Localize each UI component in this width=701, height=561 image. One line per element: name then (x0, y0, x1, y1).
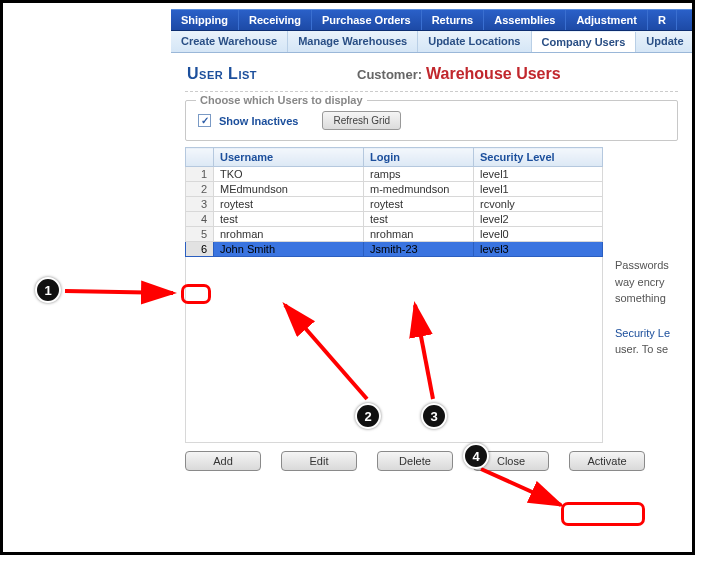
col-rownum[interactable] (186, 148, 214, 167)
nav2-update-locations[interactable]: Update Locations (418, 31, 531, 52)
row-number: 6 (186, 242, 214, 257)
nav1-receiving[interactable]: Receiving (239, 10, 312, 30)
table-row[interactable]: 2MEdmundsonm-medmundsonlevel1 (186, 182, 603, 197)
cell-username: roytest (214, 197, 364, 212)
nav1-more[interactable]: R (648, 10, 677, 30)
col-login[interactable]: Login (364, 148, 474, 167)
nav2-company-users[interactable]: Company Users (532, 32, 637, 53)
add-button[interactable]: Add (185, 451, 261, 471)
cell-security: level1 (474, 182, 603, 197)
cell-login: test (364, 212, 474, 227)
cell-security: level2 (474, 212, 603, 227)
filter-box: Choose which Users to display ✓ Show Ina… (185, 100, 678, 141)
customer-label: Customer: (357, 67, 422, 82)
nav1-assemblies[interactable]: Assemblies (484, 10, 566, 30)
cell-login: ramps (364, 167, 474, 182)
cell-username: MEdmundson (214, 182, 364, 197)
col-username[interactable]: Username (214, 148, 364, 167)
filter-legend: Choose which Users to display (196, 94, 367, 106)
row-number: 2 (186, 182, 214, 197)
show-inactives-checkbox[interactable]: ✓ (198, 114, 211, 127)
edit-button[interactable]: Edit (281, 451, 357, 471)
user-grid[interactable]: Username Login Security Level 1TKOrampsl… (185, 147, 603, 443)
nav1-returns[interactable]: Returns (422, 10, 485, 30)
table-row[interactable]: 1TKOrampslevel1 (186, 167, 603, 182)
primary-nav: Shipping Receiving Purchase Orders Retur… (171, 9, 692, 31)
annotation-badge-2: 2 (355, 403, 381, 429)
annotation-badge-3: 3 (421, 403, 447, 429)
row-number: 5 (186, 227, 214, 242)
cell-login: roytest (364, 197, 474, 212)
cell-login: nrohman (364, 227, 474, 242)
delete-button[interactable]: Delete (377, 451, 453, 471)
cell-security: level1 (474, 167, 603, 182)
row-number: 4 (186, 212, 214, 227)
annotation-badge-1: 1 (35, 277, 61, 303)
show-inactives-label: Show Inactives (219, 115, 298, 127)
cell-login: m-medmundson (364, 182, 474, 197)
secondary-nav: Create Warehouse Manage Warehouses Updat… (171, 31, 692, 53)
page-title: User List (187, 65, 257, 83)
table-row[interactable]: 5nrohmannrohmanlevel0 (186, 227, 603, 242)
cell-security: rcvonly (474, 197, 603, 212)
refresh-grid-button[interactable]: Refresh Grid (322, 111, 401, 130)
row-number: 3 (186, 197, 214, 212)
customer-name: Warehouse Users (426, 65, 561, 83)
grid-header-row: Username Login Security Level (186, 148, 603, 167)
activate-button[interactable]: Activate (569, 451, 645, 471)
cell-username: John Smith (214, 242, 364, 257)
cell-username: nrohman (214, 227, 364, 242)
divider (185, 91, 678, 92)
row-number: 1 (186, 167, 214, 182)
cell-username: test (214, 212, 364, 227)
nav2-manage-warehouses[interactable]: Manage Warehouses (288, 31, 418, 52)
svg-line-3 (481, 469, 561, 505)
annotation-badge-4: 4 (463, 443, 489, 469)
cell-security: level3 (474, 242, 603, 257)
action-button-row: Add Edit Delete Close Activate (185, 451, 678, 471)
col-security[interactable]: Security Level (474, 148, 603, 167)
grid-empty-space (186, 257, 603, 443)
cell-security: level0 (474, 227, 603, 242)
nav1-adjustment[interactable]: Adjustment (566, 10, 648, 30)
page-header: User List Customer: Warehouse Users (171, 53, 692, 89)
cell-username: TKO (214, 167, 364, 182)
annotation-highlight-activate (561, 502, 645, 526)
table-row[interactable]: 3roytestroytestrcvonly (186, 197, 603, 212)
svg-line-0 (65, 291, 173, 293)
nav1-shipping[interactable]: Shipping (171, 10, 239, 30)
nav2-update[interactable]: Update (636, 31, 692, 52)
table-row[interactable]: 6John SmithJsmith-23level3 (186, 242, 603, 257)
nav2-create-warehouse[interactable]: Create Warehouse (171, 31, 288, 52)
nav1-purchase-orders[interactable]: Purchase Orders (312, 10, 422, 30)
side-help-text: Passwords way encry something Security L… (615, 147, 670, 358)
cell-login: Jsmith-23 (364, 242, 474, 257)
table-row[interactable]: 4testtestlevel2 (186, 212, 603, 227)
